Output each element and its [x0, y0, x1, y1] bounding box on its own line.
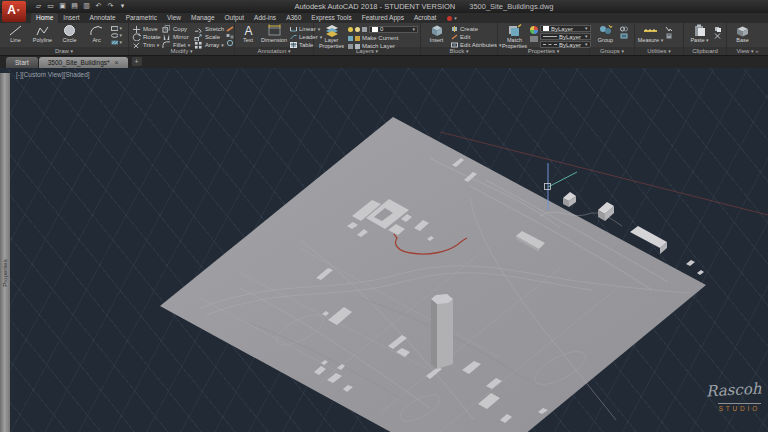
layer-lock-icon[interactable]	[362, 27, 367, 32]
close-tab-icon[interactable]: ×	[115, 57, 119, 68]
arc-button[interactable]: Arc	[84, 24, 109, 44]
viewport-visual-style-control[interactable]: [Shaded]	[64, 71, 90, 78]
save-icon[interactable]: ▣	[58, 1, 67, 11]
dimension-icon	[267, 24, 282, 37]
paste-icon	[692, 24, 707, 37]
make-current-icon	[348, 36, 353, 41]
trim-button[interactable]: Trim▾	[132, 41, 162, 49]
table-icon	[290, 42, 297, 48]
terrain-surface[interactable]	[160, 117, 706, 432]
line-button[interactable]: Line	[3, 24, 28, 44]
move-button[interactable]: Move	[132, 25, 162, 33]
layer-properties-button[interactable]: Layer Properties	[317, 24, 346, 49]
redo-icon[interactable]: ↷	[106, 1, 115, 11]
menu-tab-annotate[interactable]: Annotate	[85, 13, 121, 23]
mirror-button[interactable]: Mirror	[162, 33, 194, 41]
menu-tab-insert[interactable]: Insert	[58, 13, 84, 23]
rotate-button[interactable]: Rotate	[132, 33, 162, 41]
viewport-view-control[interactable]: [Custom View]	[22, 71, 64, 78]
panel-view: Base View ▾ «	[727, 23, 768, 55]
ribbon: Line Polyline Circle Arc ▾	[0, 23, 768, 56]
stretch-button[interactable]: Stretch	[194, 25, 224, 33]
svg-text:A: A	[244, 24, 252, 37]
panel-view-label[interactable]: View ▾ «	[727, 47, 768, 55]
watermark-studio-sub: STUDIO	[718, 403, 761, 412]
plot-icon[interactable]: ▥	[82, 1, 91, 11]
file-tab-bar: Start 3500_Site_Buildings* × +	[0, 56, 768, 68]
title-bar: ▱▭▣▤▥↶↷▾ Autodesk AutoCAD 2018 - STUDENT…	[0, 0, 768, 13]
rectangle-tool-icon[interactable]: ▾	[111, 26, 122, 31]
menu-tab-manage[interactable]: Manage	[186, 13, 220, 23]
viewport-controls: [-] [Custom View] [Shaded]	[16, 71, 90, 78]
panel-clipboard: Paste ▾ Clipboard	[684, 23, 727, 55]
make-current-button[interactable]: Make Current	[348, 34, 418, 42]
group-edit-icon[interactable]	[620, 33, 631, 38]
cut-clip-icon[interactable]	[714, 33, 725, 38]
text-button[interactable]: A Text	[238, 24, 258, 44]
hatch-tool-icon[interactable]: ▾	[111, 40, 122, 45]
menu-tab-output[interactable]: Output	[220, 13, 250, 23]
panel-clipboard-label[interactable]: Clipboard	[684, 47, 726, 55]
ellipse-tool-icon[interactable]: ▾	[111, 33, 122, 38]
ribbon-collapse-icon[interactable]: «	[755, 48, 758, 54]
match-properties-button[interactable]: Match Properties	[501, 24, 528, 49]
ungroup-icon[interactable]	[620, 26, 631, 31]
measure-icon	[643, 24, 658, 37]
quick-calc-icon[interactable]	[665, 33, 676, 38]
copy-button[interactable]: Copy	[162, 25, 194, 33]
measure-button[interactable]: Measure ▾	[638, 24, 663, 44]
linear-icon	[290, 26, 297, 32]
layer-tools-icon	[355, 36, 360, 41]
tower-building[interactable]	[431, 294, 453, 369]
create-block-button[interactable]: Create	[451, 25, 502, 33]
match-properties-icon	[507, 24, 522, 37]
menu-tab-parametric[interactable]: Parametric	[121, 13, 162, 23]
object-color-dropdown[interactable]: ByLayer▾	[540, 25, 591, 32]
panel-draw: Line Polyline Circle Arc ▾	[0, 23, 129, 55]
edit-block-button[interactable]: Edit	[451, 33, 502, 41]
infocenter-red-dot-icon[interactable]	[447, 16, 452, 21]
line-icon	[8, 24, 23, 37]
paste-button[interactable]: Paste ▾	[687, 24, 712, 44]
menu-tab-a360[interactable]: A360	[281, 13, 306, 23]
open-icon[interactable]: ▭	[46, 1, 55, 11]
array-button[interactable]: Array▾	[194, 41, 224, 49]
save-as-icon[interactable]: ▤	[70, 1, 79, 11]
new-icon[interactable]: ▱	[34, 1, 43, 11]
quick-select-icon[interactable]	[665, 26, 676, 31]
layer-on-icon[interactable]	[348, 27, 353, 32]
panel-groups-label[interactable]: Groups ▾	[590, 47, 634, 55]
linetype-icon	[543, 44, 557, 45]
drawing-canvas[interactable]: [-] [Custom View] [Shaded] Properties Ra…	[0, 68, 768, 432]
group-button[interactable]: Group	[593, 24, 618, 44]
autocad-window: ▱▭▣▤▥↶↷▾ Autodesk AutoCAD 2018 - STUDENT…	[0, 0, 768, 432]
new-tab-button[interactable]: +	[132, 57, 142, 66]
panel-draw-label[interactable]: Draw ▾	[0, 47, 128, 55]
file-tab-start[interactable]: Start	[6, 57, 38, 68]
menu-tab-add-ins[interactable]: Add-ins	[249, 13, 281, 23]
menu-tab-acrobat[interactable]: Acrobat	[409, 13, 441, 23]
menu-tab-featured-apps[interactable]: Featured Apps	[357, 13, 409, 23]
menu-overflow-caret-icon[interactable]: ▾	[454, 13, 457, 23]
polyline-button[interactable]: Polyline	[30, 24, 55, 44]
scale-button[interactable]: Scale	[194, 33, 224, 41]
panel-utilities: Measure ▾ Utilities ▾	[635, 23, 684, 55]
properties-palette-strip[interactable]: Properties	[0, 73, 10, 432]
polyline-icon	[35, 24, 50, 37]
file-tab-document[interactable]: 3500_Site_Buildings* ×	[39, 57, 128, 68]
layer-dropdown[interactable]: 0 ▾	[369, 26, 418, 33]
dimension-button[interactable]: Dimension	[260, 24, 288, 44]
undo-icon[interactable]: ↶	[94, 1, 103, 11]
circle-button[interactable]: Circle	[57, 24, 82, 44]
copy-clip-icon[interactable]	[714, 26, 725, 31]
menu-tab-view[interactable]: View	[162, 13, 186, 23]
application-menu-button[interactable]: A▼	[2, 1, 26, 22]
panel-utilities-label[interactable]: Utilities ▾	[635, 47, 683, 55]
insert-button[interactable]: Insert	[424, 24, 449, 44]
menu-tab-express-tools[interactable]: Express Tools	[306, 13, 356, 23]
base-button[interactable]: Base	[730, 24, 755, 44]
lineweight-dropdown[interactable]: ByLayer▾	[540, 33, 591, 40]
layer-thaw-icon[interactable]	[355, 27, 360, 32]
base-icon	[735, 24, 750, 37]
menu-tab-home[interactable]: Home	[31, 13, 58, 23]
